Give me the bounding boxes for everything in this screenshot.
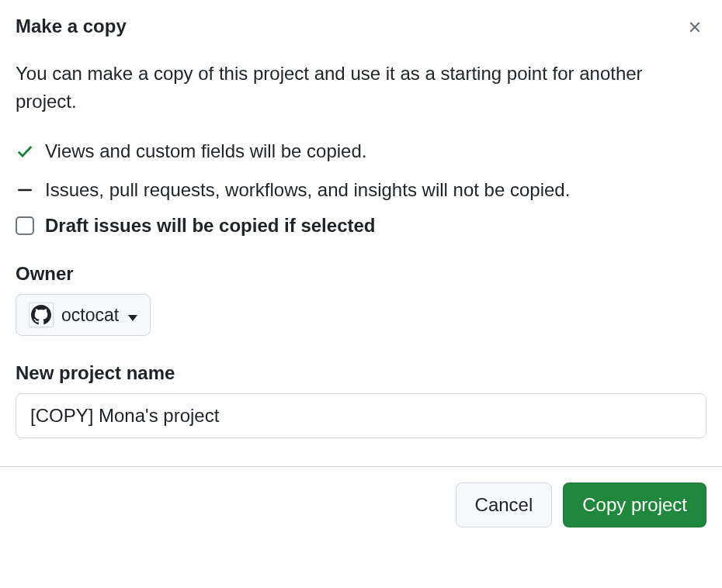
info-list: Views and custom fields will be copied. …	[16, 137, 706, 237]
info-not-copied-row: Issues, pull requests, workflows, and in…	[16, 176, 706, 204]
project-name-field-group: New project name	[16, 362, 706, 438]
dialog-footer: Cancel Copy project	[0, 466, 722, 527]
draft-issues-checkbox[interactable]	[16, 216, 34, 235]
close-button[interactable]	[683, 16, 706, 41]
check-icon	[16, 142, 34, 161]
info-not-copied-text: Issues, pull requests, workflows, and in…	[45, 176, 570, 204]
owner-select[interactable]: octocat	[16, 294, 151, 336]
draft-issues-label: Draft issues will be copied if selected	[45, 215, 375, 237]
project-name-input[interactable]	[16, 393, 706, 438]
copy-project-button[interactable]: Copy project	[563, 483, 706, 527]
dialog-title: Make a copy	[16, 16, 127, 37]
owner-label: Owner	[16, 263, 706, 285]
owner-avatar	[29, 303, 54, 327]
owner-selected-name: octocat	[61, 305, 119, 326]
cancel-button[interactable]: Cancel	[456, 483, 553, 527]
project-name-label: New project name	[16, 362, 706, 384]
owner-field-group: Owner octocat	[16, 263, 706, 336]
draft-issues-row: Draft issues will be copied if selected	[16, 215, 706, 237]
info-copied-text: Views and custom fields will be copied.	[45, 137, 366, 165]
dialog-header: Make a copy	[16, 16, 706, 41]
svg-rect-0	[18, 189, 32, 191]
dash-icon	[16, 181, 34, 199]
caret-down-icon	[128, 305, 137, 326]
dialog-description: You can make a copy of this project and …	[16, 60, 706, 116]
close-icon	[686, 19, 703, 38]
make-copy-dialog: Make a copy You can make a copy of this …	[0, 0, 722, 438]
info-copied-row: Views and custom fields will be copied.	[16, 137, 706, 165]
